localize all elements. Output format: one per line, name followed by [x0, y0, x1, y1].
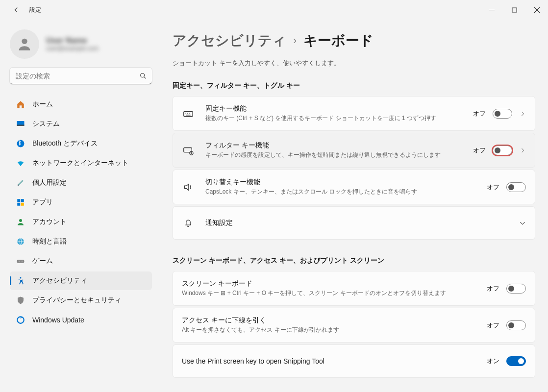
sidebar-item-apps[interactable]: アプリ: [10, 193, 152, 212]
chevron-down-icon: [519, 220, 526, 226]
card-notification-settings[interactable]: 通知設定: [173, 206, 535, 240]
bell-icon: [182, 217, 195, 229]
avatar: [10, 29, 39, 59]
chevron-right-icon: ›: [293, 34, 297, 47]
onscreen-keyboard-toggle[interactable]: [506, 284, 526, 294]
sidebar-item-time-language[interactable]: 時刻と言語: [10, 232, 152, 251]
card-toggle-keys[interactable]: 切り替えキー機能 CapsLock キー、テンキー、またはスクロール ロックを押…: [173, 170, 535, 204]
card-underline-access-keys[interactable]: アクセス キーに下線を引く Alt キーを押さなくても、アクセス キーに下線が引…: [173, 308, 535, 343]
card-desc: Windows キー ⊞ + Ctrl キー + O キーを押して、スクリーン …: [182, 289, 481, 297]
sidebar-item-network[interactable]: ネットワークとインターネット: [10, 154, 152, 172]
svg-rect-9: [21, 203, 24, 206]
minimize-button[interactable]: [480, 0, 503, 20]
card-title: 通知設定: [205, 219, 513, 227]
speaker-icon: [182, 181, 195, 194]
svg-point-10: [19, 219, 22, 222]
sidebar-item-label: アプリ: [32, 198, 53, 207]
card-title: スクリーン キーボード: [182, 279, 481, 288]
user-name: User Name: [46, 36, 99, 45]
card-printscreen-snipping[interactable]: Use the Print screen key to open Snippin…: [173, 344, 535, 378]
sidebar-item-gaming[interactable]: ゲーム: [10, 252, 152, 270]
home-icon: [16, 99, 25, 109]
svg-point-2: [141, 74, 145, 77]
section-title: 固定キー、フィルター キー、トグル キー: [173, 81, 535, 90]
svg-point-1: [22, 39, 27, 44]
svg-rect-0: [512, 8, 517, 12]
breadcrumb: アクセシビリティ › キーボード: [173, 31, 535, 50]
card-title: 切り替えキー機能: [205, 178, 481, 187]
svg-point-15: [20, 277, 22, 279]
back-button[interactable]: [10, 3, 24, 17]
sidebar-item-accessibility[interactable]: アクセシビリティ: [10, 271, 152, 290]
sticky-keys-toggle[interactable]: [493, 109, 512, 119]
search-wrap: [10, 68, 152, 84]
toggle-keys-toggle[interactable]: [506, 182, 526, 192]
sidebar-item-accounts[interactable]: アカウント: [10, 213, 152, 231]
keyboard-gear-icon: [182, 144, 195, 157]
bluetooth-icon: [16, 139, 25, 148]
sidebar-item-personalization[interactable]: 個人用設定: [10, 173, 152, 192]
user-block[interactable]: User Name user@example.com: [10, 29, 152, 59]
page-subtitle: ショートカット キーを入力しやすく、使いやすくします。: [173, 59, 535, 68]
wifi-icon: [16, 158, 25, 168]
card-desc: Alt キーを押さなくても、アクセス キーに下線が引かれます: [182, 326, 481, 334]
search-input[interactable]: [10, 68, 152, 84]
toggle-state: オフ: [487, 284, 499, 293]
sidebar-item-system[interactable]: システム: [10, 115, 152, 133]
sidebar-item-privacy[interactable]: プライバシーとセキュリティ: [10, 291, 152, 310]
user-sub: user@example.com: [46, 45, 99, 52]
sidebar-item-label: Windows Update: [32, 316, 84, 324]
person-icon: [16, 217, 25, 227]
sidebar-item-bluetooth[interactable]: Bluetooth とデバイス: [10, 134, 152, 153]
system-icon: [16, 119, 25, 129]
card-desc: CapsLock キー、テンキー、またはスクロール ロックを押したときに音を鳴ら…: [205, 188, 481, 196]
maximize-icon: [512, 7, 517, 13]
sidebar-item-label: 時刻と言語: [32, 237, 67, 246]
page-title: キーボード: [303, 31, 374, 50]
sidebar-item-home[interactable]: ホーム: [10, 95, 152, 114]
filter-keys-toggle[interactable]: [493, 146, 512, 155]
sidebar-item-label: プライバシーとセキュリティ: [32, 296, 122, 305]
section-title: スクリーン キーボード、アクセス キー、およびプリント スクリーン: [173, 256, 535, 265]
minimize-icon: [489, 7, 495, 13]
toggle-state: オフ: [487, 321, 499, 330]
card-title: フィルター キー機能: [205, 141, 467, 150]
brush-icon: [16, 178, 25, 188]
svg-rect-4: [17, 125, 25, 126]
nav: ホーム システム Bluetooth とデバイス ネットワークとインターネット …: [10, 95, 152, 329]
card-title: Use the Print screen key to open Snippin…: [182, 357, 481, 365]
toggle-state: オフ: [487, 183, 499, 192]
gamepad-icon: [16, 256, 25, 266]
keyboard-icon: [182, 107, 195, 120]
card-filter-keys[interactable]: フィルター キー機能 キーボードの感度を設定して、キー操作を短時間または繰り返し…: [173, 133, 535, 168]
svg-rect-12: [17, 260, 25, 263]
content-area[interactable]: アクセシビリティ › キーボード ショートカット キーを入力しやすく、使いやすく…: [160, 20, 548, 392]
svg-rect-7: [21, 199, 24, 202]
printscreen-snipping-toggle[interactable]: [506, 356, 526, 366]
sidebar-item-label: アカウント: [32, 218, 67, 226]
card-title: アクセス キーに下線を引く: [182, 316, 481, 325]
toggle-state: オン: [487, 357, 499, 366]
window-title: 設定: [29, 6, 41, 14]
arrow-left-icon: [13, 6, 20, 13]
card-onscreen-keyboard[interactable]: スクリーン キーボード Windows キー ⊞ + Ctrl キー + O キ…: [173, 271, 535, 306]
card-sticky-keys[interactable]: 固定キー機能 複数のキー (Ctrl + S など) を使用するキーボード ショ…: [173, 96, 535, 131]
chevron-right-icon: [519, 147, 526, 154]
sidebar-item-label: ゲーム: [32, 257, 53, 266]
card-desc: 複数のキー (Ctrl + S など) を使用するキーボード ショートカットを一…: [205, 114, 467, 122]
apps-icon: [16, 197, 25, 207]
svg-point-13: [19, 261, 20, 262]
sidebar-item-windows-update[interactable]: Windows Update: [10, 311, 152, 329]
sidebar-item-label: ホーム: [32, 100, 53, 109]
close-icon: [534, 7, 540, 13]
maximize-button[interactable]: [503, 0, 525, 20]
sidebar-item-label: Bluetooth とデバイス: [32, 139, 98, 148]
underline-access-keys-toggle[interactable]: [506, 320, 526, 330]
toggle-state: オフ: [473, 109, 486, 118]
svg-rect-6: [17, 199, 20, 202]
breadcrumb-parent[interactable]: アクセシビリティ: [173, 31, 286, 50]
close-button[interactable]: [525, 0, 548, 20]
search-icon: [139, 72, 147, 80]
toggle-state: オフ: [473, 146, 486, 155]
person-icon: [16, 36, 33, 52]
